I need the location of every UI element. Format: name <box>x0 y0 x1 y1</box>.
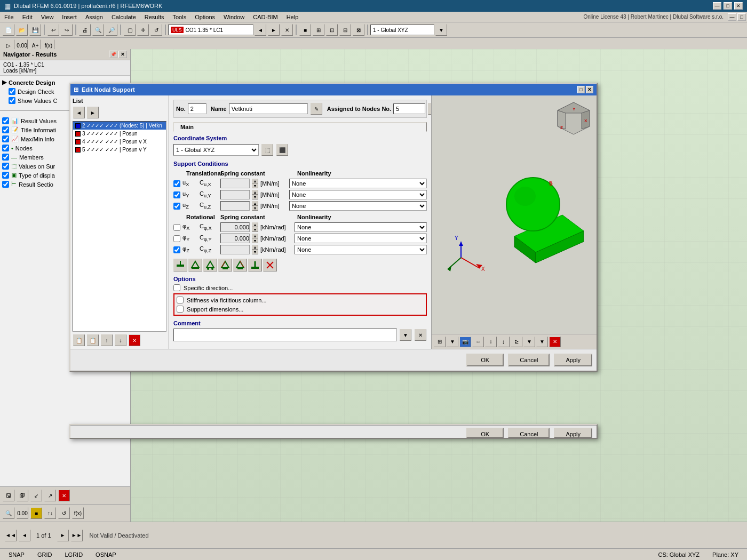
list-btn-delete[interactable]: ✕ <box>129 334 140 346</box>
phiz-nonlin-select[interactable]: None <box>295 245 427 254</box>
coord-btn-2[interactable]: ⬛ <box>276 144 288 156</box>
support-icon-1[interactable] <box>173 259 187 271</box>
list-btn-copy[interactable]: 📋 <box>87 334 99 346</box>
ok-button[interactable]: OK <box>466 354 504 366</box>
assigned-input[interactable] <box>393 103 425 114</box>
nav-btn-4[interactable]: ↗ <box>44 490 56 501</box>
result-values-checkbox[interactable] <box>2 117 9 124</box>
toolbar-lc-settings[interactable]: ✕ <box>281 24 293 36</box>
vp-btn-6[interactable]: ↨ <box>498 337 510 347</box>
ux-spring-input[interactable] <box>220 179 250 188</box>
phiy-checkbox[interactable] <box>173 235 180 242</box>
nav-btn-delete[interactable]: ✕ <box>58 490 70 501</box>
toolbar-zoom-in[interactable]: 🔍 <box>92 24 104 36</box>
support-icon-3[interactable] <box>203 259 217 271</box>
phix-spin-down[interactable]: ▼ <box>252 227 258 232</box>
menu-file[interactable]: File <box>0 13 18 21</box>
phiz-checkbox[interactable] <box>173 246 180 253</box>
nav-value-btn[interactable]: 0.00 <box>17 507 28 519</box>
support-icon-6[interactable] <box>248 259 262 271</box>
comment-clear[interactable]: ✕ <box>415 329 426 341</box>
uy-spin-up[interactable]: ▲ <box>252 190 258 195</box>
menu-options[interactable]: Options <box>190 13 219 21</box>
list-item-3[interactable]: 3 ✓✓✓✓ ✓✓✓ | Posun <box>73 130 166 138</box>
menu-results[interactable]: Results <box>140 13 169 21</box>
no-input[interactable] <box>188 103 206 114</box>
toolbar-display-2[interactable]: ⊞ <box>313 24 324 36</box>
list-item-5[interactable]: 5 ✓✓✓✓ ✓✓✓ | Posun v Y <box>73 146 166 154</box>
maxmin-checkbox[interactable] <box>2 135 9 142</box>
support-icon-7[interactable] <box>263 259 277 271</box>
nav-design-check-checkbox[interactable] <box>9 88 15 95</box>
next-page-btn[interactable]: ► <box>57 530 69 541</box>
nav-yellow-btn[interactable]: ■ <box>30 507 42 519</box>
ok-button-2[interactable]: OK <box>466 428 504 438</box>
ux-spin-up[interactable]: ▲ <box>252 179 258 183</box>
main-tab[interactable]: Main <box>173 122 427 132</box>
ux-checkbox[interactable] <box>173 180 180 187</box>
close-button[interactable]: ✕ <box>734 2 743 10</box>
dialog-close-btn[interactable]: ✕ <box>586 86 593 93</box>
vp-btn-4[interactable]: ↔ <box>472 337 484 347</box>
last-page-btn[interactable]: ►► <box>71 530 83 541</box>
name-input[interactable] <box>229 103 308 114</box>
uy-checkbox[interactable] <box>173 191 180 198</box>
result-sectio-checkbox[interactable] <box>2 181 9 188</box>
cancel-button[interactable]: Cancel <box>508 354 550 366</box>
coord-select[interactable]: 1 - Global XYZ <box>173 144 259 156</box>
toolbar-display-3[interactable]: ⊡ <box>326 24 338 36</box>
license-minimize[interactable]: — <box>728 13 736 21</box>
list-nav-right[interactable]: ► <box>87 107 99 118</box>
nav-refresh-btn[interactable]: ↺ <box>58 507 70 519</box>
ux-spin-down[interactable]: ▼ <box>252 183 258 188</box>
list-btn-move-down[interactable]: ↓ <box>115 334 126 346</box>
toolbar-open[interactable]: 📂 <box>16 24 28 36</box>
maximize-button[interactable]: □ <box>724 2 732 10</box>
support-icon-4[interactable] <box>218 259 232 271</box>
menu-cad-bim[interactable]: CAD-BIM <box>249 13 282 21</box>
menu-assign[interactable]: Assign <box>81 13 107 21</box>
phix-nonlin-select[interactable]: None <box>295 222 427 232</box>
support-icon-5[interactable] <box>233 259 247 271</box>
toolbar-rotate[interactable]: ↺ <box>150 24 162 36</box>
phiy-nonlin-select[interactable]: None <box>295 234 427 243</box>
vp-btn-7[interactable]: ⊵ <box>511 337 522 347</box>
nav-btn-3[interactable]: ↙ <box>30 490 42 501</box>
uz-checkbox[interactable] <box>173 203 180 210</box>
menu-edit[interactable]: Edit <box>18 13 37 21</box>
vp-btn-5[interactable]: ↕ <box>485 337 497 347</box>
cancel-button-2[interactable]: Cancel <box>508 428 550 438</box>
toolbar-new[interactable]: 📄 <box>3 24 14 36</box>
nav-search-btn[interactable]: 🔍 <box>3 507 14 519</box>
vp-btn-reset[interactable]: ✕ <box>549 337 561 347</box>
toolbar-redo[interactable]: ↪ <box>61 24 73 36</box>
phiy-spin-up[interactable]: ▲ <box>252 234 258 238</box>
vp-btn-9[interactable]: ▼ <box>536 337 548 347</box>
minimize-button[interactable]: — <box>713 2 721 10</box>
nav-func-btn[interactable]: f(x) <box>72 507 84 519</box>
list-item-4[interactable]: 4 ✓✓✓✓ ✓✓✓ | Posun v X <box>73 138 166 146</box>
nav-btn-1[interactable]: 🖫 <box>3 490 14 501</box>
comment-dropdown[interactable]: ▼ <box>400 329 411 341</box>
toolbar-prev-lc[interactable]: ◄ <box>255 24 266 36</box>
phix-spring-input[interactable] <box>220 222 250 232</box>
menu-window[interactable]: Window <box>219 13 249 21</box>
name-edit-btn[interactable]: ✎ <box>311 103 322 115</box>
first-page-btn[interactable]: ◄◄ <box>5 530 17 541</box>
menu-view[interactable]: View <box>37 13 58 21</box>
menu-help[interactable]: Help <box>282 13 303 21</box>
comment-input[interactable] <box>173 329 397 341</box>
toolbar-select[interactable]: ▢ <box>124 24 136 36</box>
menu-insert[interactable]: Insert <box>58 13 81 21</box>
phiy-spring-input[interactable] <box>220 234 250 243</box>
toolbar-save[interactable]: 💾 <box>29 24 41 36</box>
ux-nonlin-select[interactable]: None Failure if Tension Failure if Compr… <box>289 179 427 188</box>
type-displa-checkbox[interactable] <box>2 172 9 179</box>
nav-btn-2[interactable]: 🗐 <box>17 490 28 501</box>
specific-dir-checkbox[interactable] <box>173 284 180 291</box>
navigator-pin[interactable]: 📌 <box>109 51 117 58</box>
support-dim-checkbox[interactable] <box>177 306 184 313</box>
nav-show-values-checkbox[interactable] <box>9 97 15 104</box>
load-combo[interactable]: ULS CO1 1.35 * LC1 <box>168 25 253 35</box>
stiffness-fic-checkbox[interactable] <box>177 297 184 303</box>
